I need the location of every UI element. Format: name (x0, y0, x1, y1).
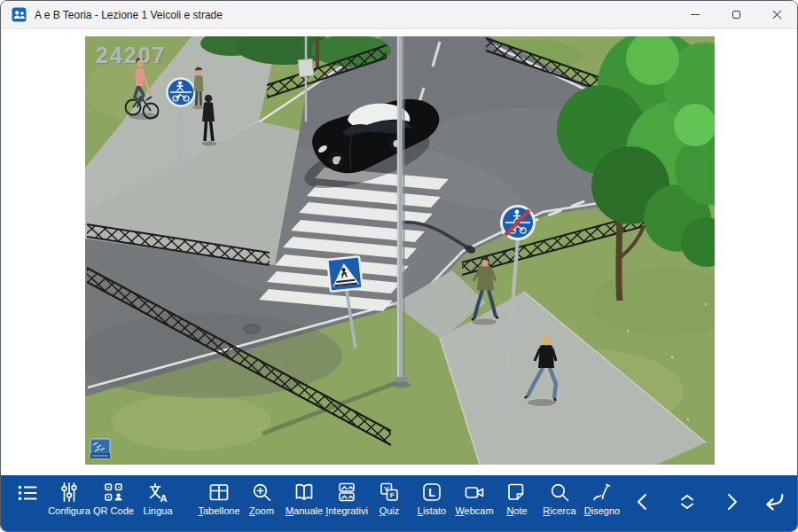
toolbar-label: Disegno (584, 505, 620, 517)
pen-draw-icon (590, 480, 614, 505)
content-area: 24207 24207 (1, 29, 797, 475)
images-icon (334, 480, 359, 505)
lesson-image[interactable]: 24207 24207 (85, 36, 715, 465)
open-book-icon (292, 480, 317, 505)
toolbar-button-webcam[interactable]: Webcam (453, 480, 496, 517)
scene-graphic: 24207 24207 (85, 36, 715, 465)
toolbar-button-disegno[interactable]: Disegno (581, 480, 623, 517)
grid-icon (207, 480, 231, 505)
toolbar-label: Manuale (286, 505, 323, 517)
list-icon (14, 480, 41, 506)
sliders-icon (57, 480, 82, 505)
close-button[interactable] (756, 1, 797, 28)
titlebar: A e B Teoria - Lezione 1 Veicoli e strad… (1, 1, 797, 29)
video-camera-icon (462, 480, 487, 505)
publisher-logo (90, 439, 110, 458)
toolbar-label: Quiz (379, 505, 400, 517)
app-window: A e B Teoria - Lezione 1 Veicoli e strad… (0, 0, 798, 532)
window-title: A e B Teoria - Lezione 1 Veicoli e strad… (35, 9, 223, 21)
manhole (244, 325, 260, 333)
image-number: 24207 (96, 43, 167, 67)
previous-button[interactable] (627, 488, 659, 516)
list-square-icon: L (419, 480, 444, 505)
toolbar-label: Tabellone (198, 505, 239, 517)
toolbar-button-manuale[interactable]: Manuale (283, 480, 325, 517)
note-icon (505, 480, 529, 505)
chevron-left-icon (629, 488, 657, 516)
toolbar-button-qrcode[interactable]: QR Code (91, 480, 136, 517)
toolbar-button-zoom[interactable]: Zoom (240, 480, 283, 517)
toolbar-label: Zoom (249, 505, 274, 517)
svg-text:F: F (390, 491, 395, 499)
toolbar-label: Configura (48, 505, 90, 517)
toolbar-button-note[interactable]: Note (496, 480, 538, 517)
toolbar-button-elenco[interactable] (8, 480, 47, 506)
minimize-button[interactable] (675, 1, 716, 28)
toolbar-button-lingua[interactable]: A Lingua (136, 480, 180, 517)
maximize-icon (732, 11, 740, 19)
toolbar-label: Integrativi (325, 505, 368, 517)
minimize-icon (691, 14, 700, 15)
toolbar-label: Note (506, 505, 527, 517)
zoom-in-icon (249, 480, 274, 505)
toolbar-button-configura[interactable]: Configura (47, 480, 91, 517)
qr-code-icon (101, 480, 126, 505)
toolbar-label: Webcam (455, 505, 493, 517)
toolbar-label: Ricerca (543, 505, 575, 517)
toolbar-button-integrativi[interactable]: Integrativi (325, 480, 368, 517)
maximize-button[interactable] (716, 1, 756, 28)
reorder-button[interactable] (671, 488, 703, 516)
svg-text:L: L (428, 487, 435, 499)
search-icon (547, 480, 572, 505)
return-button[interactable] (751, 486, 794, 518)
toolbar: Configura QR Code (1, 475, 797, 531)
toolbar-label: Listato (418, 505, 446, 517)
toolbar-button-ricerca[interactable]: Ricerca (538, 480, 581, 517)
true-false-icon: V F (377, 480, 402, 505)
chevron-right-icon (717, 488, 746, 516)
toolbar-label: Lingua (143, 505, 172, 517)
svg-text:A: A (160, 493, 168, 504)
toolbar-button-quiz[interactable]: V F Quiz (368, 480, 411, 517)
translate-icon: A (145, 480, 170, 505)
toolbar-button-listato[interactable]: L Listato (411, 480, 453, 517)
chevron-up-down-icon (673, 488, 701, 516)
people-icon (12, 7, 27, 22)
next-button[interactable] (716, 488, 747, 516)
return-arrow-icon (756, 486, 788, 518)
window-controls (675, 1, 797, 28)
close-icon (772, 10, 782, 20)
toolbar-label: QR Code (93, 505, 134, 517)
toolbar-button-tabellone[interactable]: Tabellone (198, 480, 240, 517)
